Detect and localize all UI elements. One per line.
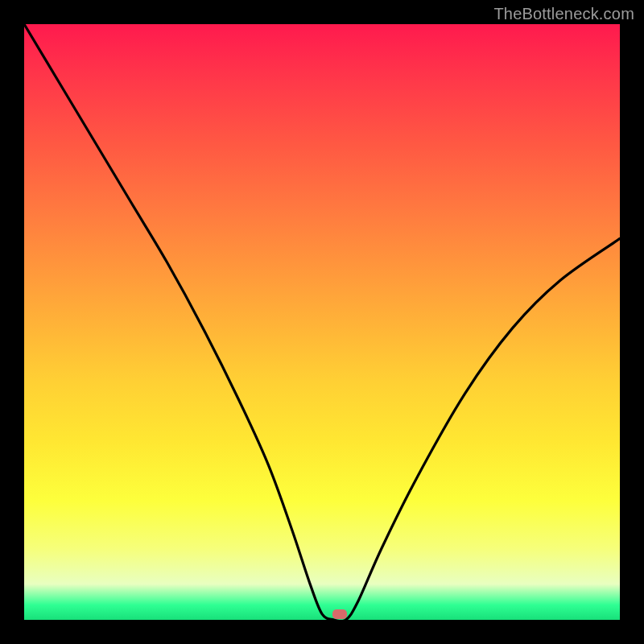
bottleneck-curve: [24, 24, 620, 620]
watermark-text: TheBottleneck.com: [493, 5, 634, 23]
chart-frame: TheBottleneck.com: [0, 0, 644, 644]
plot-area: [24, 24, 620, 620]
minimum-marker: [332, 609, 347, 619]
